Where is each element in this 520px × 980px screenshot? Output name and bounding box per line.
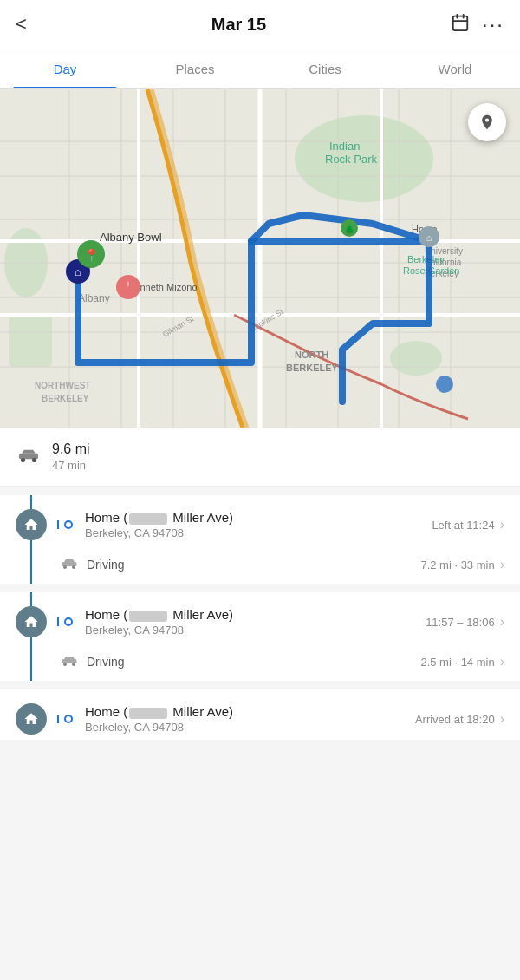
- location-content-1: Home ( Miller Ave) Berkeley, CA 94708: [85, 510, 425, 539]
- driving-stats-1: 7.2 mi · 33 min: [420, 559, 494, 572]
- svg-point-66: [63, 663, 67, 666]
- location-content-2: Home ( Miller Ave) Berkeley, CA 94708: [85, 607, 419, 637]
- location-row-1[interactable]: Home ( Miller Ave) Berkeley, CA 94708 Le…: [0, 495, 520, 546]
- timeline-dot-2: [64, 617, 73, 626]
- svg-text:Indian: Indian: [329, 140, 360, 153]
- driving-label-2: Driving: [87, 655, 420, 669]
- timeline-dot-3: [64, 715, 73, 723]
- location-row-3[interactable]: Home ( Miller Ave) Berkeley, CA 94708 Ar…: [0, 689, 520, 740]
- location-row-2[interactable]: Home ( Miller Ave) Berkeley, CA 94708 11…: [0, 592, 520, 643]
- location-title-2: Home ( Miller Ave): [85, 607, 419, 622]
- svg-point-6: [390, 341, 442, 376]
- section-gap-2: [0, 681, 520, 689]
- header: < Mar 15 ···: [0, 0, 520, 49]
- svg-text:⌂: ⌂: [426, 232, 432, 243]
- tabs-bar: Day Places Cities World: [0, 49, 520, 89]
- timeline-dot-1: [64, 520, 73, 529]
- location-subtitle-2: Berkeley, CA 94708: [85, 624, 419, 637]
- tab-world[interactable]: World: [390, 49, 520, 88]
- svg-text:NORTHWEST: NORTHWEST: [35, 381, 90, 390]
- svg-text:Albany: Albany: [78, 292, 110, 304]
- chevron-icon-1: ›: [500, 517, 504, 532]
- redacted-name-1: [129, 513, 167, 525]
- driving-stats-2: 2.5 mi · 14 min: [420, 656, 494, 669]
- map-view[interactable]: Albany NORTH BERKELEY NORTHWEST BERKELEY…: [0, 89, 520, 428]
- tab-places[interactable]: Places: [130, 49, 260, 88]
- location-time-1: Left at 11:24: [425, 519, 494, 532]
- svg-point-61: [32, 458, 36, 462]
- driving-chevron-1: ›: [500, 557, 504, 572]
- driving-chevron-2: ›: [500, 654, 504, 670]
- chevron-icon-2: ›: [500, 614, 504, 630]
- driving-icon-2: [61, 653, 78, 670]
- tab-day[interactable]: Day: [0, 49, 130, 88]
- stats-time: 47 min: [52, 459, 90, 472]
- svg-text:Albany Bowl: Albany Bowl: [100, 231, 162, 244]
- back-button[interactable]: <: [16, 13, 27, 36]
- svg-point-67: [72, 663, 75, 666]
- driving-row-2[interactable]: Driving 2.5 mi · 14 min ›: [0, 643, 520, 681]
- svg-point-63: [63, 565, 67, 569]
- stats-text: 9.6 mi 47 min: [52, 441, 90, 472]
- location-entry-3: Home ( Miller Ave) Berkeley, CA 94708 Ar…: [0, 689, 520, 740]
- svg-point-64: [72, 565, 75, 569]
- svg-text:+: +: [126, 279, 131, 289]
- svg-text:📍: 📍: [84, 248, 100, 263]
- more-icon[interactable]: ···: [482, 12, 504, 36]
- stats-distance: 9.6 mi: [52, 441, 90, 457]
- svg-rect-0: [453, 16, 468, 29]
- location-content-3: Home ( Miller Ave) Berkeley, CA 94708: [85, 704, 408, 734]
- location-time-3: Arrived at 18:20: [408, 713, 495, 726]
- stats-bar: 9.6 mi 47 min: [0, 428, 520, 487]
- svg-text:⌂: ⌂: [75, 265, 81, 278]
- header-icons: ···: [451, 12, 504, 36]
- svg-text:🌲: 🌲: [344, 224, 355, 235]
- car-icon: [17, 447, 40, 467]
- svg-rect-8: [9, 315, 52, 367]
- driving-icon-1: [61, 556, 78, 573]
- location-time-2: 11:57 – 18:06: [419, 616, 495, 629]
- driving-label-1: Driving: [87, 558, 420, 572]
- svg-text:Rock Park: Rock Park: [325, 153, 377, 166]
- svg-point-58: [436, 376, 453, 393]
- driving-row-1[interactable]: Driving 7.2 mi · 33 min ›: [0, 546, 520, 584]
- home-icon-3: [16, 703, 47, 735]
- redacted-name-3: [129, 708, 167, 719]
- tab-cities[interactable]: Cities: [260, 49, 390, 88]
- location-title-3: Home ( Miller Ave): [85, 704, 408, 719]
- home-icon-2: [16, 606, 47, 637]
- svg-text:NORTH: NORTH: [295, 350, 328, 360]
- timeline: Home ( Miller Ave) Berkeley, CA 94708 Le…: [0, 487, 520, 757]
- location-subtitle-1: Berkeley, CA 94708: [85, 526, 425, 539]
- location-entry-2: Home ( Miller Ave) Berkeley, CA 94708 11…: [0, 592, 520, 681]
- svg-text:BERKELEY: BERKELEY: [42, 394, 89, 403]
- location-subtitle-3: Berkeley, CA 94708: [85, 721, 408, 734]
- map-location-button[interactable]: [468, 103, 506, 141]
- svg-text:BERKELEY: BERKELEY: [286, 363, 339, 373]
- header-title: Mar 15: [211, 15, 266, 35]
- svg-point-60: [21, 458, 25, 462]
- home-icon-1: [16, 509, 47, 540]
- location-entry-1: Home ( Miller Ave) Berkeley, CA 94708 Le…: [0, 495, 520, 584]
- chevron-icon-3: ›: [500, 711, 504, 727]
- location-title-1: Home ( Miller Ave): [85, 510, 425, 525]
- redacted-name-2: [129, 611, 167, 622]
- calendar-icon[interactable]: [451, 13, 470, 36]
- section-gap-1: [0, 584, 520, 592]
